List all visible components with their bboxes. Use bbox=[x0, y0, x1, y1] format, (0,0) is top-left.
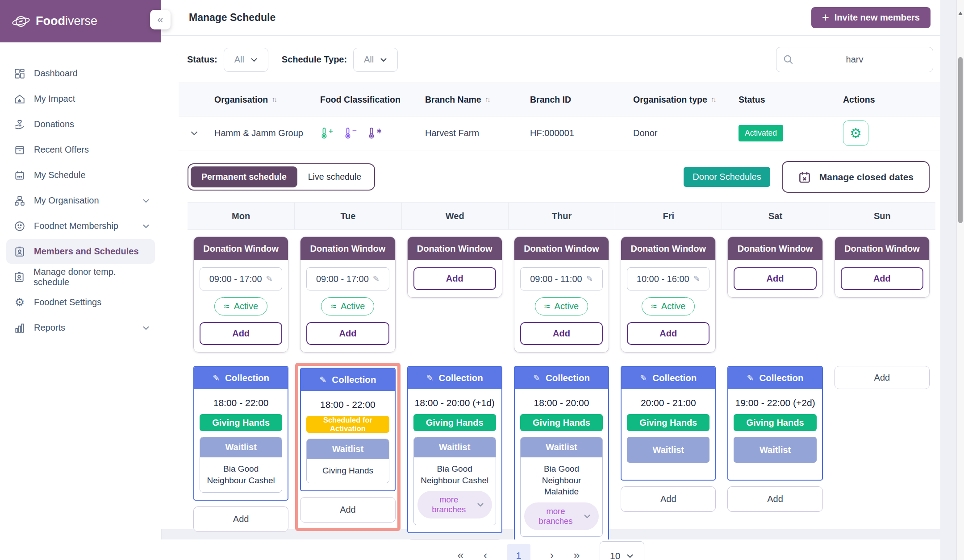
chevron-down-icon bbox=[626, 554, 634, 558]
waitlist-item: Bia Good Neighbour Malahide bbox=[524, 463, 599, 498]
sidebar-item-my-organisation[interactable]: My Organisation bbox=[6, 188, 155, 213]
scrollbar-thumb[interactable] bbox=[958, 57, 963, 223]
add-donation-window-button[interactable]: Add bbox=[841, 267, 923, 290]
day-header-tue: Tue bbox=[294, 203, 401, 229]
add-collection-button[interactable]: Add bbox=[835, 366, 930, 389]
sidebar-item-label: Donations bbox=[34, 119, 74, 129]
sidebar: Foodiverse Dashboard My Impact Donations… bbox=[0, 0, 162, 560]
donation-window-thur: Donation Window 09:00 - 11:00✎ ≈Active A… bbox=[508, 236, 615, 353]
sidebar-collapse-button[interactable]: « bbox=[150, 10, 171, 29]
waitlist: Waitlist bbox=[627, 437, 709, 463]
row-expander-chevron[interactable] bbox=[179, 116, 210, 150]
sidebar-item-foodnet-settings[interactable]: ⚙ Foodnet Settings bbox=[6, 290, 155, 315]
add-collection-button[interactable]: Add bbox=[621, 486, 716, 512]
sidebar-item-donations[interactable]: Donations bbox=[6, 112, 155, 137]
table-header-row: Organisation↑↓ Food Classification Branc… bbox=[179, 83, 940, 116]
add-donation-window-button[interactable]: Add bbox=[413, 267, 496, 290]
sidebar-item-reports[interactable]: Reports bbox=[6, 315, 155, 340]
sidebar-item-manage-donor-temp-schedule[interactable]: Manage donor temp. schedule bbox=[6, 265, 155, 289]
donation-time-input[interactable]: 09:00 - 11:00✎ bbox=[520, 267, 603, 290]
status-select[interactable]: All bbox=[224, 48, 268, 72]
sidebar-item-foodnet-membership[interactable]: Foodnet Membership bbox=[6, 214, 155, 238]
sidebar-item-dashboard[interactable]: Dashboard bbox=[6, 61, 155, 86]
edit-pencil-icon: ✎ bbox=[640, 373, 647, 383]
edit-pencil-icon: ✎ bbox=[373, 274, 380, 284]
collection-status-badge: Giving Hands bbox=[200, 414, 282, 431]
sidebar-item-members-and-schedules[interactable]: Members and Schedules bbox=[6, 239, 155, 264]
add-collection-button[interactable]: Add bbox=[300, 497, 395, 523]
scroll-up-arrow[interactable] bbox=[958, 12, 963, 15]
invite-new-members-button[interactable]: + Invite new members bbox=[811, 7, 931, 28]
add-donation-window-button[interactable]: Add bbox=[734, 267, 816, 290]
day-header-sun: Sun bbox=[829, 203, 935, 229]
membership-face-icon bbox=[13, 220, 26, 232]
gear-icon: ⚙ bbox=[850, 125, 862, 141]
waitlist: Waitlist bbox=[734, 437, 816, 463]
donation-time-input[interactable]: 10:00 - 16:00✎ bbox=[627, 267, 709, 290]
donation-window-card: Donation Window 09:00 - 11:00✎ ≈Active A… bbox=[514, 236, 609, 353]
tab-live-schedule[interactable]: Live schedule bbox=[297, 166, 372, 187]
collection-card: ✎Collection 18:00 - 20:00 (+1d) Giving H… bbox=[407, 366, 502, 533]
column-branch-name[interactable]: Branch Name↑↓ bbox=[421, 83, 526, 116]
collection-time: 18:00 - 22:00 bbox=[200, 398, 282, 408]
tab-permanent-schedule[interactable]: Permanent schedule bbox=[191, 166, 297, 187]
column-organisation[interactable]: Organisation↑↓ bbox=[210, 83, 316, 116]
sidebar-item-my-schedule[interactable]: My Schedule bbox=[6, 163, 155, 187]
waitlist-item: Giving Hands bbox=[322, 465, 373, 477]
add-donation-window-button[interactable]: Add bbox=[200, 322, 282, 345]
day-header-wed: Wed bbox=[401, 203, 508, 229]
id-card-icon bbox=[13, 246, 26, 257]
sidebar-item-recent-offers[interactable]: Recent Offers bbox=[6, 137, 155, 162]
sidebar-item-my-impact[interactable]: My Impact bbox=[6, 87, 155, 111]
more-branches-button[interactable]: more branches bbox=[417, 491, 492, 519]
donation-window-card: Donation Window Add bbox=[727, 236, 822, 298]
add-collection-button[interactable]: Add bbox=[727, 486, 822, 512]
add-donation-window-button[interactable]: Add bbox=[306, 322, 389, 345]
search-input[interactable] bbox=[776, 54, 933, 65]
donation-windows-row: Donation Window 09:00 - 17:00✎ ≈Active A… bbox=[188, 236, 935, 353]
schedule-view-tabs: Permanent schedule Live schedule bbox=[188, 163, 375, 191]
sort-icon[interactable]: ↑↓ bbox=[271, 95, 276, 104]
collection-status-badge: Giving Hands bbox=[520, 414, 603, 431]
schedule-type-select[interactable]: All bbox=[353, 48, 398, 72]
cell-branch-name: Harvest Farm bbox=[421, 116, 526, 150]
active-status-pill: ≈Active bbox=[214, 297, 267, 315]
page-title: Manage Schedule bbox=[189, 12, 275, 24]
add-collection-button[interactable]: Add bbox=[193, 506, 288, 532]
hand-heart-icon bbox=[13, 119, 26, 130]
id-card-icon bbox=[13, 271, 25, 283]
pagination-page-1[interactable]: 1 bbox=[507, 544, 530, 560]
archive-box-icon bbox=[13, 144, 26, 156]
scrollbar[interactable] bbox=[956, 0, 964, 560]
row-settings-button[interactable]: ⚙ bbox=[843, 120, 868, 146]
sidebar-item-label: My Impact bbox=[34, 94, 75, 104]
search-box bbox=[776, 47, 933, 72]
sort-icon[interactable]: ↑↓ bbox=[711, 95, 715, 104]
pagination-bar: « ‹ 1 › » 10 bbox=[161, 539, 940, 560]
pagination-first-button[interactable]: « bbox=[457, 548, 463, 560]
add-donation-window-button[interactable]: Add bbox=[520, 322, 603, 345]
pagination-last-button[interactable]: » bbox=[573, 548, 580, 560]
manage-closed-dates-button[interactable]: Manage closed dates bbox=[782, 161, 930, 193]
sort-icon[interactable]: ↑↓ bbox=[485, 95, 489, 104]
day-header-thur: Thur bbox=[508, 203, 615, 229]
pagination-next-button[interactable]: › bbox=[550, 548, 554, 560]
waitlist: Waitlist Bia Good Neighbour Cashel bbox=[200, 437, 282, 493]
donation-window-card: Donation Window 09:00 - 17:00✎ ≈Active A… bbox=[300, 236, 395, 353]
chevron-down-icon bbox=[477, 502, 484, 507]
donation-time-input[interactable]: 09:00 - 17:00✎ bbox=[200, 267, 282, 290]
page-size-select[interactable]: 10 bbox=[600, 541, 644, 560]
calendar-x-icon bbox=[798, 170, 811, 184]
brand-text: Foodiverse bbox=[36, 14, 97, 28]
edit-pencil-icon: ✎ bbox=[426, 373, 434, 383]
add-donation-window-button[interactable]: Add bbox=[627, 322, 709, 345]
bar-chart-icon bbox=[13, 322, 26, 334]
collections-row: ✎Collection 18:00 - 22:00 Giving Hands W… bbox=[188, 366, 935, 560]
active-status-pill: ≈Active bbox=[535, 297, 588, 315]
donation-time-input[interactable]: 09:00 - 17:00✎ bbox=[306, 267, 389, 290]
day-header-mon: Mon bbox=[188, 203, 294, 229]
pagination-prev-button[interactable]: ‹ bbox=[484, 548, 488, 560]
more-branches-button[interactable]: more branches bbox=[524, 502, 599, 530]
cell-organisation-type: Donor bbox=[629, 116, 734, 150]
column-organisation-type[interactable]: Organisation type↑↓ bbox=[629, 83, 734, 116]
